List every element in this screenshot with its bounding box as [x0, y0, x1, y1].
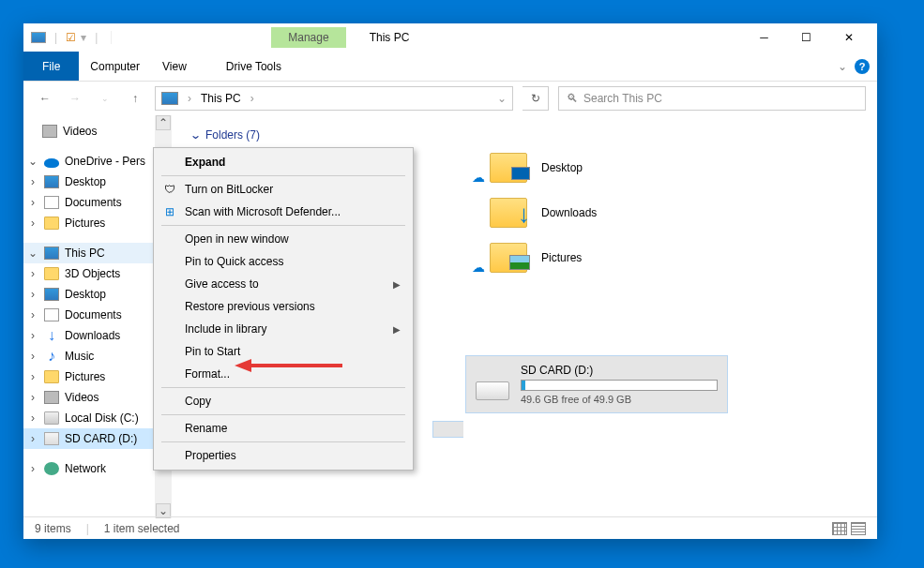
collapse-icon[interactable]: ⌄ [27, 247, 38, 260]
sidebar-item-localdisk[interactable]: ›Local Disk (C:) [23, 408, 155, 428]
breadcrumb[interactable]: This PC [201, 92, 241, 105]
ribbon-computer-tab[interactable]: Computer [79, 52, 151, 81]
navigation-bar: ← → ⌄ ↑ › This PC › ⌄ ↻ 🔍︎ Search This P… [23, 82, 877, 115]
expand-icon[interactable]: › [27, 196, 38, 209]
documents-icon [44, 196, 59, 209]
annotation-arrow [235, 356, 347, 375]
folder-label: Desktop [541, 161, 583, 174]
storage-bar [521, 380, 718, 391]
minimize-button[interactable]: ─ [743, 24, 785, 51]
list-view-button[interactable] [851, 522, 866, 535]
ctx-pin-quick[interactable]: Pin to Quick access [157, 250, 410, 273]
expand-icon[interactable]: › [27, 217, 38, 230]
sidebar-item-3dobjects[interactable]: ›3D Objects [23, 263, 155, 284]
expand-icon[interactable]: › [27, 411, 38, 425]
sidebar-item-desktop[interactable]: ›Desktop [23, 172, 155, 192]
ribbon-drive-tools-tab[interactable]: Drive Tools [215, 52, 293, 81]
folder-icon [490, 243, 527, 273]
sidebar-item-music[interactable]: ›♪Music [23, 346, 155, 366]
sidebar-item-desktop2[interactable]: ›Desktop [23, 284, 155, 305]
address-dropdown[interactable]: ⌄ [497, 92, 507, 105]
ctx-copy[interactable]: Copy [157, 390, 410, 412]
close-button[interactable]: ✕ [827, 24, 870, 51]
ctx-properties[interactable]: Properties [157, 444, 410, 467]
status-bar: 9 items | 1 item selected [23, 516, 877, 539]
pc-icon [44, 247, 59, 260]
address-bar[interactable]: › This PC › ⌄ [155, 86, 513, 111]
forward-button[interactable]: → [65, 88, 85, 109]
refresh-button[interactable]: ↻ [523, 86, 549, 111]
selection-count: 1 item selected [104, 522, 180, 535]
sidebar-item-videos[interactable]: Videos [23, 121, 155, 142]
scroll-up-button[interactable]: ⌃ [156, 115, 171, 130]
drive-name: SD CARD (D:) [521, 364, 718, 377]
expand-icon[interactable]: › [27, 432, 38, 445]
sidebar-item-documents2[interactable]: ›Documents [23, 305, 155, 325]
pc-icon [161, 92, 178, 105]
expand-icon[interactable]: › [27, 391, 38, 404]
collapse-icon[interactable]: ⌄ [27, 155, 38, 168]
pictures-icon [44, 217, 59, 230]
expand-icon[interactable]: › [27, 308, 38, 321]
sidebar-item-onedrive[interactable]: ⌄OneDrive - Pers [23, 151, 155, 172]
ctx-expand[interactable]: Expand [157, 151, 410, 173]
music-icon: ♪ [44, 350, 59, 363]
recent-dropdown[interactable]: ⌄ [95, 88, 115, 109]
expand-icon[interactable]: › [27, 175, 38, 188]
sidebar-item-downloads[interactable]: ›↓Downloads [23, 325, 155, 346]
sidebar-item-videos2[interactable]: ›Videos [23, 387, 155, 408]
expand-icon[interactable]: › [27, 350, 38, 363]
maximize-button[interactable]: ☐ [785, 24, 827, 51]
ctx-restore[interactable]: Restore previous versions [157, 295, 410, 318]
ctx-rename[interactable]: Rename [157, 417, 410, 440]
up-button[interactable]: ↑ [125, 88, 145, 109]
desktop-icon [44, 288, 59, 301]
ctx-give-access[interactable]: Give access to▶ [157, 273, 410, 295]
network-icon [44, 462, 59, 475]
expand-icon[interactable]: › [27, 329, 38, 342]
ribbon-expand-icon[interactable]: ⌄ [838, 60, 847, 73]
folder-item-pictures[interactable]: ☁ Pictures [472, 235, 858, 280]
search-input[interactable]: 🔍︎ Search This PC [558, 86, 866, 111]
sidebar-item-documents[interactable]: ›Documents [23, 192, 155, 213]
qat-undo-icon[interactable]: ▾ [81, 31, 86, 44]
drive-item-sdcard[interactable]: SD CARD (D:) 49.6 GB free of 49.9 GB [465, 355, 728, 413]
titlebar: | ☑ ▾ | Manage This PC ─ ☐ ✕ [23, 23, 877, 52]
folder-item-downloads[interactable]: ☁ Downloads [472, 190, 858, 235]
context-menu: Expand 🛡Turn on BitLocker ⊞Scan with Mic… [153, 147, 414, 471]
disk-icon [44, 411, 59, 425]
expand-icon[interactable]: › [27, 462, 38, 475]
qat-properties-icon[interactable]: ☑ [66, 31, 76, 44]
grid-view-button[interactable] [832, 522, 847, 535]
ctx-bitlocker[interactable]: 🛡Turn on BitLocker [157, 178, 410, 201]
hidden-item-edge [432, 421, 463, 438]
manage-tab[interactable]: Manage [271, 27, 345, 48]
cloud-status-icon: ☁ [472, 260, 485, 275]
folders-section-header[interactable]: ⌄ Folders (7) [190, 125, 858, 145]
ctx-open-new[interactable]: Open in new window [157, 228, 410, 250]
folder-item-desktop[interactable]: ☁ Desktop [472, 145, 858, 190]
expand-icon[interactable]: › [27, 267, 38, 280]
expand-icon[interactable]: › [27, 288, 38, 301]
ctx-include-lib[interactable]: Include in library▶ [157, 318, 410, 340]
folder-label: Pictures [541, 251, 582, 264]
chevron-right-icon[interactable]: › [247, 92, 258, 105]
shield-icon: 🛡 [162, 182, 177, 197]
sidebar-item-sdcard[interactable]: ›SD CARD (D:) [23, 428, 155, 449]
ctx-defender[interactable]: ⊞Scan with Microsoft Defender... [157, 201, 410, 223]
sidebar-item-pictures[interactable]: ›Pictures [23, 213, 155, 233]
navigation-pane: Videos ⌄OneDrive - Pers ›Desktop ›Docume… [23, 115, 155, 518]
back-button[interactable]: ← [35, 88, 55, 109]
ribbon-file-tab[interactable]: File [23, 52, 79, 81]
sidebar-item-network[interactable]: ›Network [23, 458, 155, 479]
help-icon[interactable]: ? [855, 59, 870, 74]
sidebar-item-thispc[interactable]: ⌄This PC [23, 243, 155, 263]
sidebar-item-pictures2[interactable]: ›Pictures [23, 366, 155, 387]
ribbon-view-tab[interactable]: View [151, 52, 198, 81]
item-count: 9 items [35, 522, 71, 535]
search-icon: 🔍︎ [567, 92, 578, 105]
documents-icon [44, 308, 59, 321]
chevron-right-icon[interactable]: › [184, 92, 195, 105]
expand-icon[interactable]: › [27, 370, 38, 383]
desktop-icon [44, 175, 59, 188]
